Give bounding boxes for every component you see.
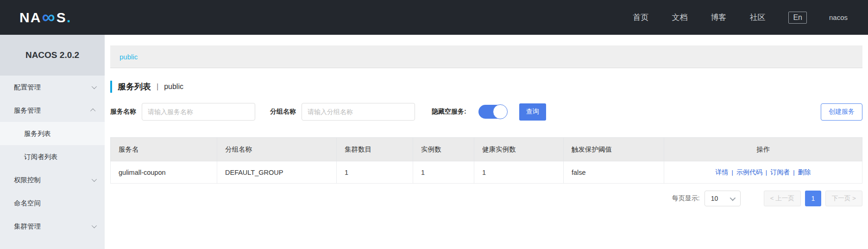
cell-cluster-count: 1 [337,161,413,184]
sidebar-item-label: 服务管理 [14,106,41,115]
title-accent-bar [110,81,112,93]
sidebar: NACOS 2.0.2 配置管理 服务管理 服务列表 订阅者列表 权限控制 命名… [0,35,105,249]
sidebar-item-label: 服务列表 [24,129,51,138]
logo-text-right: S [57,10,67,26]
toggle-knob [493,104,508,119]
top-navigation: 首页 文档 博客 社区 En nacos [610,12,848,24]
group-name-label: 分组名称 [270,108,296,116]
pagination-bar: 每页显示: 10 < 上一页 1 下一页 > [110,191,862,206]
sidebar-item-label: 配置管理 [14,83,41,92]
subscriber-link[interactable]: 订阅者 [770,168,790,176]
cell-protect-threshold: false [564,161,664,184]
action-separator: | [766,169,767,176]
action-separator: | [793,169,794,176]
next-page-button[interactable]: 下一页 > [825,191,862,206]
hide-empty-service-label: 隐藏空服务: [432,108,466,116]
page-title: 服务列表 | public [110,81,862,93]
delete-link[interactable]: 删除 [798,168,811,176]
title-namespace: public [164,83,183,91]
sidebar-item-permission-control[interactable]: 权限控制 [0,168,105,192]
chevron-down-icon [730,195,736,201]
logo-text-left: NA [19,10,41,26]
nav-item-community[interactable]: 社区 [749,12,765,23]
column-header-instance-count: 实例数 [413,138,474,161]
filter-toolbar: 服务名称 分组名称 隐藏空服务: 查询 创建服务 [110,103,862,121]
service-name-input[interactable] [142,103,255,121]
column-header-group-name: 分组名称 [217,138,337,161]
cell-instance-count: 1 [413,161,474,184]
chevron-down-icon [92,223,97,228]
sidebar-item-service-management[interactable]: 服务管理 [0,99,105,122]
query-button[interactable]: 查询 [519,103,546,121]
prev-page-button[interactable]: < 上一页 [764,191,801,206]
column-header-protect-threshold: 触发保护阈值 [564,138,664,161]
sidebar-item-config-management[interactable]: 配置管理 [0,76,105,99]
column-header-service-name: 服务名 [111,138,217,161]
sidebar-item-cluster-management[interactable]: 集群管理 [0,215,105,238]
current-page-button[interactable]: 1 [805,191,821,206]
language-toggle-button[interactable]: En [788,12,807,24]
hide-empty-service-toggle[interactable] [478,105,507,119]
page-size-label: 每页显示: [672,194,700,203]
nacos-logo: NA∞S. [19,10,71,26]
action-separator: | [731,169,733,176]
group-name-input[interactable] [302,103,415,121]
column-header-operations: 操作 [664,138,862,161]
sidebar-item-label: 命名空间 [14,199,41,208]
pagination-buttons: < 上一页 1 下一页 > [764,191,862,206]
cell-service-name: gulimall-coupon [111,161,217,184]
sidebar-item-subscriber-list[interactable]: 订阅者列表 [0,145,105,168]
column-header-cluster-count: 集群数目 [337,138,413,161]
chevron-down-icon [92,177,97,182]
sidebar-item-namespace[interactable]: 命名空间 [0,192,105,215]
table-header-row: 服务名 分组名称 集群数目 实例数 健康实例数 触发保护阈值 操作 [111,138,862,161]
column-header-healthy-instance-count: 健康实例数 [474,138,564,161]
infinity-icon: ∞ [42,10,56,24]
create-service-button[interactable]: 创建服务 [821,103,862,121]
page-size-select[interactable]: 10 [704,191,741,206]
sidebar-item-label: 集群管理 [14,222,41,231]
page-size-value: 10 [711,195,718,202]
sidebar-item-label: 订阅者列表 [24,153,58,161]
sample-code-link[interactable]: 示例代码 [736,168,762,176]
title-separator: | [157,83,158,91]
page-title-text: 服务列表 [118,81,151,92]
nav-item-home[interactable]: 首页 [633,12,648,23]
chevron-up-icon [90,109,95,114]
namespace-tab-bar: public [110,45,862,68]
nav-item-docs[interactable]: 文档 [672,12,687,23]
service-table: 服务名 分组名称 集群数目 实例数 健康实例数 触发保护阈值 操作 gulima… [110,137,862,184]
page-layout: NACOS 2.0.2 配置管理 服务管理 服务列表 订阅者列表 权限控制 命名… [0,35,868,249]
cell-group-name: DEFAULT_GROUP [217,161,337,184]
sidebar-version-title: NACOS 2.0.2 [0,35,105,76]
sidebar-item-service-list[interactable]: 服务列表 [0,122,105,145]
sidebar-item-label: 权限控制 [14,176,41,185]
service-name-label: 服务名称 [110,108,136,116]
main-content: public 服务列表 | public 服务名称 分组名称 隐藏空服务: 查询… [105,35,868,249]
username-menu[interactable]: nacos [829,13,848,21]
detail-link[interactable]: 详情 [715,168,728,176]
chevron-down-icon [92,84,97,89]
top-header-bar: NA∞S. 首页 文档 博客 社区 En nacos [0,0,868,35]
cell-operations: 详情|示例代码|订阅者|删除 [664,161,862,184]
table-row: gulimall-coupon DEFAULT_GROUP 1 1 1 fals… [111,161,862,184]
cell-healthy-instance-count: 1 [474,161,564,184]
namespace-tab-public[interactable]: public [120,53,138,61]
logo-dot: . [67,10,71,26]
nav-item-blog[interactable]: 博客 [711,12,726,23]
